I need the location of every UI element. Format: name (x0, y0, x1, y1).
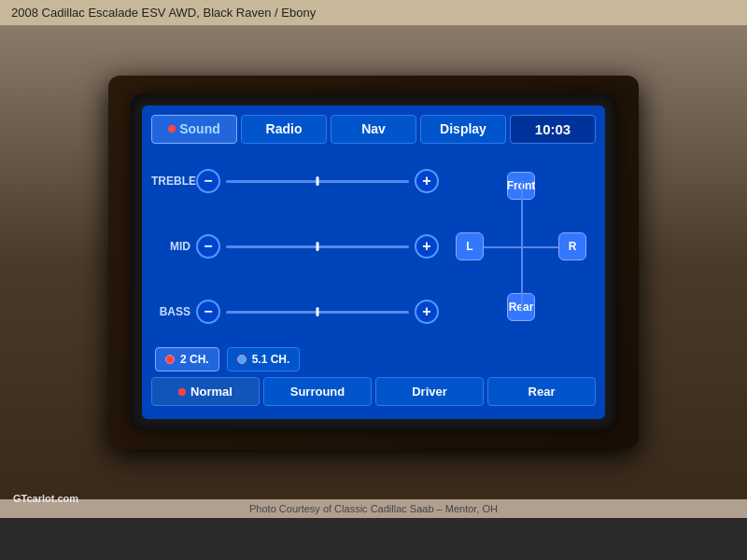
preset-row: Normal Surround Driver Rear (151, 377, 596, 406)
preset-driver-button[interactable]: Driver (375, 377, 484, 406)
preset-normal-button[interactable]: Normal (151, 377, 260, 406)
balance-left-button[interactable]: L (456, 232, 484, 260)
balance-right-button[interactable]: R (558, 232, 586, 260)
bass-row: BASS − + (151, 300, 439, 324)
balance-grid: Front Rear L R (456, 172, 586, 321)
tab-display[interactable]: Display (420, 115, 506, 144)
top-bar: 2008 Cadillac Escalade ESV AWD, Black Ra… (0, 0, 747, 25)
tab-time: 10:03 (510, 115, 596, 144)
bass-minus-button[interactable]: − (196, 300, 220, 324)
mid-plus-button[interactable]: + (415, 234, 439, 259)
tab-sound[interactable]: Sound (151, 115, 237, 144)
bass-slider[interactable] (226, 311, 409, 314)
mid-minus-button[interactable]: − (196, 234, 220, 259)
tab-radio[interactable]: Radio (241, 115, 327, 144)
tab-nav[interactable]: Nav (331, 115, 416, 144)
mid-slider[interactable] (226, 245, 409, 248)
footer: Photo Courtesy of Classic Cadillac Saab … (0, 499, 747, 518)
screen: Sound Radio Nav Display 10:03 (142, 105, 605, 419)
tab-bar: Sound Radio Nav Display 10:03 (151, 115, 596, 144)
footer-text: Photo Courtesy of Classic Cadillac Saab … (249, 503, 498, 514)
mid-label: MID (151, 240, 190, 253)
watermark: GTcarlot.com (13, 493, 78, 504)
2ch-indicator (165, 355, 175, 364)
bass-label: BASS (151, 305, 190, 318)
channel-2ch-button[interactable]: 2 CH. (155, 347, 219, 371)
treble-slider[interactable] (226, 180, 409, 183)
mid-row: MID − + (151, 234, 439, 259)
channel-row: 2 CH. 5.1 CH. (151, 347, 596, 371)
normal-dot (178, 388, 186, 396)
screen-bezel: Sound Radio Nav Display 10:03 (131, 94, 616, 430)
51ch-indicator (237, 355, 247, 364)
treble-plus-button[interactable]: + (415, 169, 439, 193)
treble-row: TREBLE − + (151, 169, 439, 193)
treble-minus-button[interactable]: − (196, 169, 220, 193)
preset-rear-button[interactable]: Rear (487, 377, 596, 406)
car-color: Black Raven / Ebony (203, 6, 316, 20)
balance-front-button[interactable]: Front (507, 172, 535, 200)
treble-label: TREBLE (151, 175, 190, 188)
bass-plus-button[interactable]: + (415, 300, 439, 324)
balance-rear-button[interactable]: Rear (507, 293, 535, 321)
car-title: 2008 Cadillac Escalade ESV AWD, (11, 6, 200, 20)
preset-surround-button[interactable]: Surround (263, 377, 372, 406)
controls-area: TREBLE − + MID − + (151, 153, 596, 340)
channel-51ch-button[interactable]: 5.1 CH. (227, 347, 301, 371)
balance-section: Front Rear L R (446, 153, 596, 340)
eq-section: TREBLE − + MID − + (151, 153, 439, 340)
